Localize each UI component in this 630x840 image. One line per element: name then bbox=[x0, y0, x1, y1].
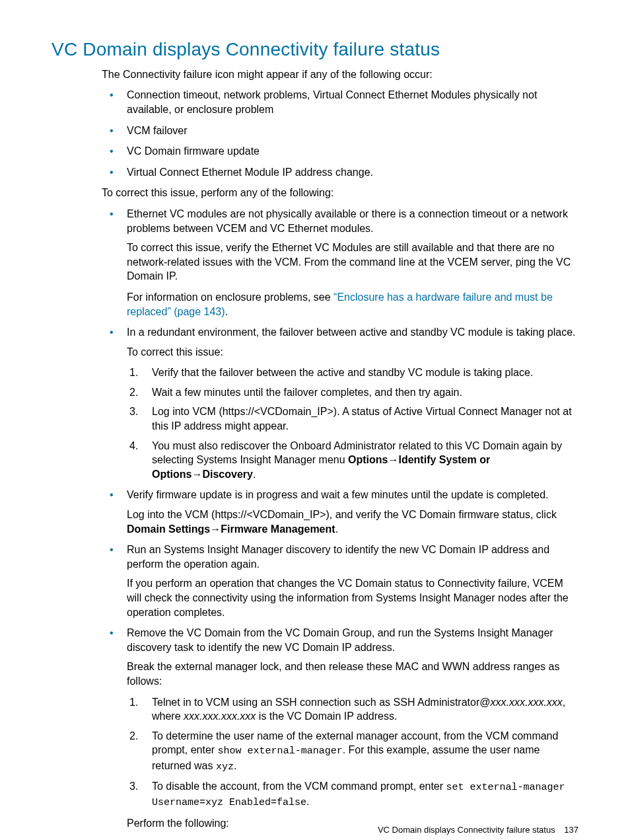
placeholder-text: xxx.xxx.xxx.xxx bbox=[184, 710, 256, 722]
list-item: VC Domain firmware update bbox=[102, 144, 578, 159]
code-text: xyz bbox=[216, 761, 234, 773]
list-item: Virtual Connect Ethernet Module IP addre… bbox=[102, 165, 578, 180]
step-item: You must also rediscover the Onboard Adm… bbox=[127, 439, 578, 482]
list-item: VCM failover bbox=[102, 124, 578, 138]
page-number: 137 bbox=[564, 825, 578, 835]
corrections-list: Ethernet VC modules are not physically a… bbox=[102, 207, 578, 831]
list-item: In a redundant environment, the failover… bbox=[102, 325, 578, 481]
list-item: Remove the VC Domain from the VC Domain … bbox=[102, 626, 578, 831]
intro-paragraph: The Connectivity failure icon might appe… bbox=[102, 67, 578, 82]
text: is the VC Domain IP address. bbox=[256, 710, 397, 722]
sub-paragraph: If you perform an operation that changes… bbox=[127, 576, 578, 619]
text: . bbox=[225, 306, 228, 317]
sub-paragraph: To correct this issue, verify the Ethern… bbox=[127, 241, 578, 284]
step-item: Telnet in to VCM using an SSH connection… bbox=[127, 695, 578, 724]
text: Telnet in to VCM using an SSH connection… bbox=[152, 697, 490, 708]
text: . bbox=[306, 796, 309, 807]
list-item: Run an Systems Insight Manager discovery… bbox=[102, 543, 578, 619]
steps-list: Telnet in to VCM using an SSH connection… bbox=[127, 695, 578, 810]
text: For information on enclosure problems, s… bbox=[127, 291, 333, 303]
text: Verify firmware update is in progress an… bbox=[127, 489, 549, 500]
sub-paragraph: Log into the VCM (https://<VCDomain_IP>)… bbox=[127, 508, 578, 536]
text: To disable the account, from the VCM com… bbox=[152, 781, 446, 792]
menu-path: Options bbox=[348, 454, 388, 465]
footer-title: VC Domain displays Connectivity failure … bbox=[378, 825, 555, 835]
sub-paragraph: To correct this issue: bbox=[127, 345, 578, 360]
correct-intro: To correct this issue, perform any of th… bbox=[102, 186, 578, 200]
menu-path: Domain Settings bbox=[127, 523, 210, 535]
list-item: Ethernet VC modules are not physically a… bbox=[102, 207, 578, 319]
arrow-icon: → bbox=[192, 469, 202, 480]
text: . bbox=[253, 469, 256, 480]
step-item: To determine the user name of the extern… bbox=[127, 729, 578, 774]
arrow-icon: → bbox=[210, 523, 221, 535]
text: Remove the VC Domain from the VC Domain … bbox=[127, 627, 553, 653]
text: In a redundant environment, the failover… bbox=[127, 326, 576, 338]
text: . bbox=[335, 523, 338, 535]
arrow-icon: → bbox=[388, 454, 398, 465]
step-item: Wait a few minutes until the failover co… bbox=[127, 385, 578, 400]
step-item: Verify that the failover between the act… bbox=[127, 365, 578, 380]
text: . bbox=[234, 760, 236, 771]
placeholder-text: xxx.xxx.xxx.xxx bbox=[490, 697, 562, 708]
list-item: Connection timeout, network problems, Vi… bbox=[102, 88, 578, 116]
page-heading: VC Domain displays Connectivity failure … bbox=[52, 37, 578, 62]
body-content: The Connectivity failure icon might appe… bbox=[102, 67, 578, 831]
steps-list: Verify that the failover between the act… bbox=[127, 365, 578, 481]
text: Ethernet VC modules are not physically a… bbox=[127, 208, 568, 234]
menu-path: Firmware Management bbox=[221, 523, 335, 535]
sub-paragraph: Break the external manager lock, and the… bbox=[127, 660, 578, 688]
page-footer: VC Domain displays Connectivity failure … bbox=[378, 824, 578, 836]
step-item: To disable the account, from the VCM com… bbox=[127, 779, 578, 810]
step-item: Log into VCM (https://<VCDomain_IP>). A … bbox=[127, 404, 578, 433]
text: Run an Systems Insight Manager discovery… bbox=[127, 544, 549, 570]
list-item: Verify firmware update is in progress an… bbox=[102, 488, 578, 536]
causes-list: Connection timeout, network problems, Vi… bbox=[102, 88, 578, 179]
text: Log into the VCM (https://<VCDomain_IP>)… bbox=[127, 509, 557, 520]
document-page: VC Domain displays Connectivity failure … bbox=[0, 0, 630, 840]
sub-paragraph: For information on enclosure problems, s… bbox=[127, 290, 578, 319]
code-text: show external-manager bbox=[218, 745, 343, 757]
menu-path: Discovery bbox=[202, 469, 253, 480]
